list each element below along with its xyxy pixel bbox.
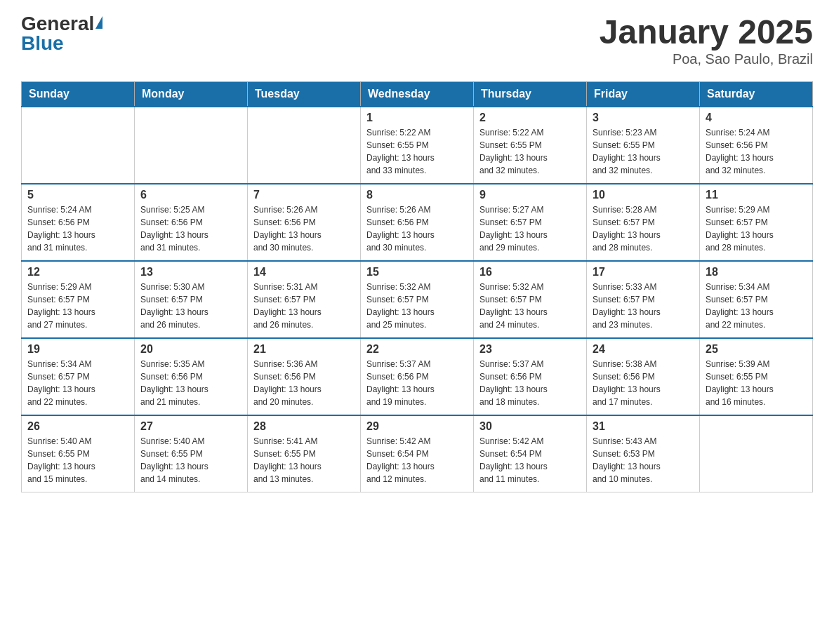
calendar-header-sunday: Sunday bbox=[22, 81, 135, 107]
day-info: Sunrise: 5:38 AM Sunset: 6:56 PM Dayligh… bbox=[593, 358, 694, 408]
day-info: Sunrise: 5:37 AM Sunset: 6:56 PM Dayligh… bbox=[366, 358, 468, 408]
day-number: 27 bbox=[140, 420, 241, 433]
calendar-day-cell bbox=[22, 107, 135, 184]
calendar-table: SundayMondayTuesdayWednesdayThursdayFrid… bbox=[21, 81, 813, 493]
calendar-day-cell: 25Sunrise: 5:39 AM Sunset: 6:55 PM Dayli… bbox=[700, 338, 813, 415]
calendar-day-cell: 20Sunrise: 5:35 AM Sunset: 6:56 PM Dayli… bbox=[135, 338, 248, 415]
calendar-day-cell: 12Sunrise: 5:29 AM Sunset: 6:57 PM Dayli… bbox=[22, 261, 135, 338]
day-number: 21 bbox=[253, 343, 355, 356]
day-number: 6 bbox=[140, 189, 241, 201]
calendar-week-row: 19Sunrise: 5:34 AM Sunset: 6:57 PM Dayli… bbox=[22, 338, 813, 415]
calendar-day-cell: 27Sunrise: 5:40 AM Sunset: 6:55 PM Dayli… bbox=[135, 415, 248, 492]
day-info: Sunrise: 5:26 AM Sunset: 6:56 PM Dayligh… bbox=[366, 203, 468, 254]
day-info: Sunrise: 5:43 AM Sunset: 6:53 PM Dayligh… bbox=[593, 435, 694, 485]
day-number: 22 bbox=[366, 343, 468, 356]
title-block: January 2025 Poa, Sao Paulo, Brazil bbox=[600, 14, 813, 67]
day-number: 24 bbox=[593, 343, 694, 356]
day-info: Sunrise: 5:42 AM Sunset: 6:54 PM Dayligh… bbox=[366, 435, 468, 485]
day-number: 8 bbox=[366, 189, 468, 201]
calendar-day-cell: 24Sunrise: 5:38 AM Sunset: 6:56 PM Dayli… bbox=[587, 338, 700, 415]
day-number: 30 bbox=[479, 420, 581, 433]
day-info: Sunrise: 5:36 AM Sunset: 6:56 PM Dayligh… bbox=[253, 358, 355, 408]
calendar-day-cell: 22Sunrise: 5:37 AM Sunset: 6:56 PM Dayli… bbox=[361, 338, 474, 415]
calendar-header-wednesday: Wednesday bbox=[361, 81, 474, 107]
calendar-day-cell: 14Sunrise: 5:31 AM Sunset: 6:57 PM Dayli… bbox=[248, 261, 361, 338]
calendar-header-row: SundayMondayTuesdayWednesdayThursdayFrid… bbox=[22, 81, 813, 107]
day-info: Sunrise: 5:34 AM Sunset: 6:57 PM Dayligh… bbox=[27, 358, 128, 408]
day-info: Sunrise: 5:37 AM Sunset: 6:56 PM Dayligh… bbox=[479, 358, 581, 408]
day-number: 4 bbox=[706, 112, 807, 124]
day-number: 19 bbox=[27, 343, 128, 356]
day-number: 13 bbox=[140, 266, 241, 279]
day-number: 23 bbox=[479, 343, 581, 356]
day-info: Sunrise: 5:27 AM Sunset: 6:57 PM Dayligh… bbox=[479, 203, 581, 254]
calendar-day-cell: 17Sunrise: 5:33 AM Sunset: 6:57 PM Dayli… bbox=[587, 261, 700, 338]
calendar-day-cell: 15Sunrise: 5:32 AM Sunset: 6:57 PM Dayli… bbox=[361, 261, 474, 338]
calendar-day-cell: 11Sunrise: 5:29 AM Sunset: 6:57 PM Dayli… bbox=[700, 184, 813, 261]
day-number: 1 bbox=[366, 112, 468, 124]
calendar-day-cell: 3Sunrise: 5:23 AM Sunset: 6:55 PM Daylig… bbox=[587, 107, 700, 184]
calendar-subtitle: Poa, Sao Paulo, Brazil bbox=[600, 51, 813, 67]
day-info: Sunrise: 5:29 AM Sunset: 6:57 PM Dayligh… bbox=[27, 281, 128, 331]
day-number: 29 bbox=[366, 420, 468, 433]
day-number: 12 bbox=[27, 266, 128, 279]
calendar-day-cell: 28Sunrise: 5:41 AM Sunset: 6:55 PM Dayli… bbox=[248, 415, 361, 492]
day-number: 7 bbox=[253, 189, 355, 201]
calendar-day-cell: 7Sunrise: 5:26 AM Sunset: 6:56 PM Daylig… bbox=[248, 184, 361, 261]
calendar-week-row: 5Sunrise: 5:24 AM Sunset: 6:56 PM Daylig… bbox=[22, 184, 813, 261]
day-number: 2 bbox=[479, 112, 581, 124]
day-number: 28 bbox=[253, 420, 355, 433]
calendar-day-cell: 19Sunrise: 5:34 AM Sunset: 6:57 PM Dayli… bbox=[22, 338, 135, 415]
day-info: Sunrise: 5:22 AM Sunset: 6:55 PM Dayligh… bbox=[479, 126, 581, 177]
calendar-week-row: 12Sunrise: 5:29 AM Sunset: 6:57 PM Dayli… bbox=[22, 261, 813, 338]
day-info: Sunrise: 5:28 AM Sunset: 6:57 PM Dayligh… bbox=[593, 203, 694, 254]
day-info: Sunrise: 5:30 AM Sunset: 6:57 PM Dayligh… bbox=[140, 281, 241, 331]
day-info: Sunrise: 5:23 AM Sunset: 6:55 PM Dayligh… bbox=[593, 126, 694, 177]
calendar-day-cell: 5Sunrise: 5:24 AM Sunset: 6:56 PM Daylig… bbox=[22, 184, 135, 261]
calendar-header-thursday: Thursday bbox=[474, 81, 587, 107]
day-info: Sunrise: 5:40 AM Sunset: 6:55 PM Dayligh… bbox=[27, 435, 128, 485]
day-number: 15 bbox=[366, 266, 468, 279]
day-info: Sunrise: 5:32 AM Sunset: 6:57 PM Dayligh… bbox=[479, 281, 581, 331]
calendar-day-cell bbox=[700, 415, 813, 492]
day-number: 14 bbox=[253, 266, 355, 279]
day-info: Sunrise: 5:33 AM Sunset: 6:57 PM Dayligh… bbox=[593, 281, 694, 331]
calendar-day-cell: 1Sunrise: 5:22 AM Sunset: 6:55 PM Daylig… bbox=[361, 107, 474, 184]
day-info: Sunrise: 5:35 AM Sunset: 6:56 PM Dayligh… bbox=[140, 358, 241, 408]
calendar-header-saturday: Saturday bbox=[700, 81, 813, 107]
day-info: Sunrise: 5:41 AM Sunset: 6:55 PM Dayligh… bbox=[253, 435, 355, 485]
calendar-header-tuesday: Tuesday bbox=[248, 81, 361, 107]
day-info: Sunrise: 5:31 AM Sunset: 6:57 PM Dayligh… bbox=[253, 281, 355, 331]
calendar-header-friday: Friday bbox=[587, 81, 700, 107]
day-info: Sunrise: 5:32 AM Sunset: 6:57 PM Dayligh… bbox=[366, 281, 468, 331]
calendar-day-cell bbox=[135, 107, 248, 184]
calendar-day-cell: 18Sunrise: 5:34 AM Sunset: 6:57 PM Dayli… bbox=[700, 261, 813, 338]
calendar-day-cell: 29Sunrise: 5:42 AM Sunset: 6:54 PM Dayli… bbox=[361, 415, 474, 492]
day-number: 3 bbox=[593, 112, 694, 124]
day-number: 18 bbox=[706, 266, 807, 279]
calendar-day-cell: 31Sunrise: 5:43 AM Sunset: 6:53 PM Dayli… bbox=[587, 415, 700, 492]
day-number: 11 bbox=[706, 189, 807, 201]
day-info: Sunrise: 5:26 AM Sunset: 6:56 PM Dayligh… bbox=[253, 203, 355, 254]
calendar-title: January 2025 bbox=[600, 14, 813, 51]
calendar-day-cell: 10Sunrise: 5:28 AM Sunset: 6:57 PM Dayli… bbox=[587, 184, 700, 261]
calendar-header-monday: Monday bbox=[135, 81, 248, 107]
calendar-day-cell bbox=[248, 107, 361, 184]
calendar-week-row: 1Sunrise: 5:22 AM Sunset: 6:55 PM Daylig… bbox=[22, 107, 813, 184]
day-info: Sunrise: 5:39 AM Sunset: 6:55 PM Dayligh… bbox=[706, 358, 807, 408]
day-number: 25 bbox=[706, 343, 807, 356]
day-number: 16 bbox=[479, 266, 581, 279]
calendar-day-cell: 8Sunrise: 5:26 AM Sunset: 6:56 PM Daylig… bbox=[361, 184, 474, 261]
logo: General Blue bbox=[21, 14, 102, 53]
calendar-day-cell: 26Sunrise: 5:40 AM Sunset: 6:55 PM Dayli… bbox=[22, 415, 135, 492]
calendar-day-cell: 16Sunrise: 5:32 AM Sunset: 6:57 PM Dayli… bbox=[474, 261, 587, 338]
day-info: Sunrise: 5:34 AM Sunset: 6:57 PM Dayligh… bbox=[706, 281, 807, 331]
day-number: 10 bbox=[593, 189, 694, 201]
calendar-day-cell: 23Sunrise: 5:37 AM Sunset: 6:56 PM Dayli… bbox=[474, 338, 587, 415]
day-number: 17 bbox=[593, 266, 694, 279]
logo-triangle-icon bbox=[95, 16, 102, 29]
logo-general-text: General bbox=[21, 14, 102, 34]
day-info: Sunrise: 5:22 AM Sunset: 6:55 PM Dayligh… bbox=[366, 126, 468, 177]
calendar-day-cell: 4Sunrise: 5:24 AM Sunset: 6:56 PM Daylig… bbox=[700, 107, 813, 184]
logo-blue-text: Blue bbox=[21, 34, 64, 53]
